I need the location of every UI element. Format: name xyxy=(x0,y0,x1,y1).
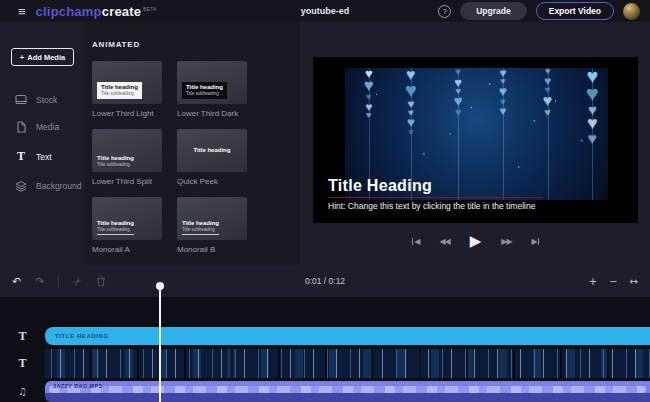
stock-icon xyxy=(15,94,27,105)
template-thumbnail[interactable]: Title heading xyxy=(177,129,247,172)
template-thumbnail[interactable]: Title headingTitle subheading xyxy=(177,197,247,240)
sidebar-item-media[interactable]: Media xyxy=(0,113,85,141)
user-avatar[interactable] xyxy=(623,3,640,20)
template-lower-third-dark[interactable]: Title headingTitle subheading Lower Thir… xyxy=(177,61,247,118)
preview-title: Title heading xyxy=(194,147,231,154)
fast-forward-icon: ▶▶ xyxy=(501,237,511,246)
template-thumbnail[interactable]: Title headingTitle subheading xyxy=(92,61,162,104)
audio-clip-label: JAZZY BAG.MP3 xyxy=(53,383,102,389)
video-clip[interactable] xyxy=(45,349,650,378)
audio-waveform xyxy=(49,386,646,393)
edit-tools: ↶ ↷ ✂ xyxy=(12,275,106,288)
timeline-zoom-in-button[interactable]: + xyxy=(589,276,597,287)
split-button[interactable]: ✂ xyxy=(73,276,81,287)
audio-track-icon: ♫ xyxy=(0,381,45,402)
template-quick-peek[interactable]: Title heading Quick Peek xyxy=(177,129,247,186)
template-name: Lower Third Light xyxy=(92,109,162,118)
sidebar-item-label: Stock xyxy=(36,95,57,105)
beta-badge: BETA xyxy=(143,7,156,12)
overlay-hint-text: Hint: Change this text by clicking the t… xyxy=(328,201,543,211)
template-name: Monorail B xyxy=(177,245,247,254)
clipchamp-editor: ≡ clipchampcreate BETA youtube-ed ? Upgr… xyxy=(0,0,650,402)
video-player: ♥♥♥♥♥♥♥♥♥♥♥♥♥♥♥♥♥♥♥♥♥♥♥♥♥♥♥♥♥♥♥ Title He… xyxy=(313,57,638,223)
template-lower-third-split[interactable]: Title headingTitle subheading Lower Thir… xyxy=(92,129,162,186)
title-underline xyxy=(328,197,543,198)
text-track-icon: T xyxy=(0,327,45,345)
sidebar-item-stock[interactable]: Stock xyxy=(0,86,85,113)
audio-clip[interactable]: JAZZY BAG.MP3 xyxy=(45,381,650,402)
template-lower-third-light[interactable]: Title headingTitle subheading Lower Thir… xyxy=(92,61,162,118)
skip-to-start-button[interactable]: ◀ xyxy=(410,235,422,248)
preview-title: Title heading xyxy=(186,84,223,91)
plus-icon: + xyxy=(20,53,24,62)
template-monorail-a[interactable]: Title headingTitle subheading Monorail A xyxy=(92,197,162,254)
preview-title: Title heading xyxy=(182,220,219,227)
heart-glyph: ♥ xyxy=(544,108,551,117)
sidebar: + Add Media Stock Media T Text Backgroun… xyxy=(0,22,85,265)
fast-forward-button[interactable]: ▶▶ xyxy=(499,235,513,248)
timeline-zoom-out-button[interactable]: − xyxy=(609,276,617,287)
fit-to-screen-icon: ↔ xyxy=(630,276,638,287)
video-track: T xyxy=(0,349,650,378)
transport-controls: ◀ ◀◀ ▶ ▶▶ ▶ xyxy=(313,230,638,252)
text-track: T TITLE HEADING xyxy=(0,327,650,345)
text-templates-panel: ANIMATED Title headingTitle subheading L… xyxy=(85,22,300,265)
redo-button[interactable]: ↷ xyxy=(35,275,44,288)
pin-bar xyxy=(538,238,540,245)
add-media-label: Add Media xyxy=(27,53,65,62)
pin-bar xyxy=(412,238,414,245)
timeline-zoom-controls: + − ↔ xyxy=(589,276,638,287)
heart-string-decoration: ♥♥♥♥♥ xyxy=(584,68,600,200)
media-file-icon xyxy=(15,121,27,133)
preview-title: Title heading xyxy=(97,155,134,162)
preview-subtitle: Title subheading xyxy=(186,91,223,96)
undo-button[interactable]: ↶ xyxy=(12,275,21,288)
topbar-actions: ? Upgrade Export Video xyxy=(438,2,640,20)
app-logo: clipchampcreate BETA xyxy=(36,4,157,19)
rewind-button[interactable]: ◀◀ xyxy=(437,235,451,248)
template-name: Lower Third Dark xyxy=(177,109,247,118)
zoom-out-icon: − xyxy=(609,276,617,287)
music-note-icon: ♫ xyxy=(18,386,27,397)
add-media-button[interactable]: + Add Media xyxy=(11,48,74,66)
template-thumbnail[interactable]: Title headingTitle subheading xyxy=(177,61,247,104)
upgrade-button[interactable]: Upgrade xyxy=(460,2,526,20)
overlay-title-text[interactable]: Title Heading xyxy=(328,177,543,195)
timeline-toolbar: ↶ ↷ ✂ 0:01 / 0:12 + − ↔ xyxy=(0,265,650,297)
scissors-icon: ✂ xyxy=(71,274,85,288)
template-monorail-b[interactable]: Title headingTitle subheading Monorail B xyxy=(177,197,247,254)
preview-title: Title heading xyxy=(101,84,138,91)
project-title[interactable]: youtube-ed xyxy=(301,6,350,16)
hamburger-menu-icon[interactable]: ≡ xyxy=(18,4,26,19)
skip-end-icon: ▶ xyxy=(532,237,537,246)
heart-glyph: ♥ xyxy=(588,132,598,146)
template-thumbnail[interactable]: Title headingTitle subheading xyxy=(92,129,162,172)
text-icon: T xyxy=(15,149,27,164)
template-thumbnail[interactable]: Title headingTitle subheading xyxy=(92,197,162,240)
logo-clipchamp: clipchamp xyxy=(36,4,102,19)
timeline-fit-button[interactable]: ↔ xyxy=(630,276,638,287)
sidebar-item-background[interactable]: Background xyxy=(0,172,85,200)
template-grid: Title headingTitle subheading Lower Thir… xyxy=(92,61,300,254)
timeline: ↶ ↷ ✂ 0:01 / 0:12 + − ↔ T TITLE HEADING xyxy=(0,265,650,402)
rewind-icon: ◀◀ xyxy=(439,237,449,246)
text-clip[interactable]: TITLE HEADING xyxy=(45,327,650,345)
skip-to-end-button[interactable]: ▶ xyxy=(530,235,542,248)
delete-button[interactable] xyxy=(96,276,106,287)
title-overlay[interactable]: Title Heading Hint: Change this text by … xyxy=(328,177,543,211)
preview-subtitle: Title subheading xyxy=(97,227,134,232)
heart-glyph: ♥ xyxy=(455,108,462,117)
heart-glyph: ♥ xyxy=(366,112,371,120)
export-video-button[interactable]: Export Video xyxy=(536,2,614,20)
section-title-animated: ANIMATED xyxy=(92,40,300,49)
preview-subtitle: Title subheading xyxy=(182,227,219,232)
sidebar-item-label: Text xyxy=(36,152,52,162)
template-name: Quick Peek xyxy=(177,177,247,186)
text-icon: T xyxy=(18,356,26,371)
sidebar-item-text[interactable]: T Text xyxy=(0,141,85,172)
help-icon[interactable]: ? xyxy=(438,5,451,18)
template-name: Lower Third Split xyxy=(92,177,162,186)
playhead[interactable] xyxy=(156,282,165,402)
preview-subtitle: Title subheading xyxy=(97,162,134,167)
play-button[interactable]: ▶ xyxy=(468,230,484,252)
